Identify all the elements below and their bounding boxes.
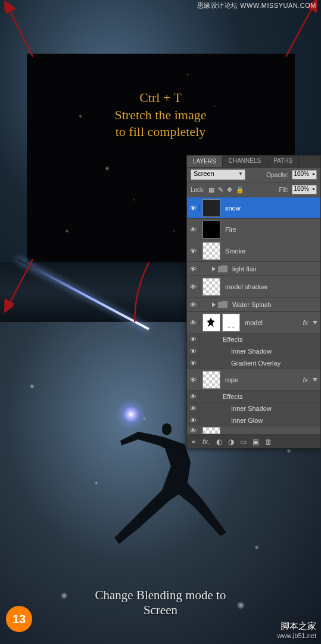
eye-icon[interactable]: 👁 — [187, 348, 200, 355]
layer-effect-inner-glow[interactable]: 👁 Inner Glow — [187, 414, 320, 426]
watermark-top: 思缘设计论坛 WWW.MISSYUAN.COM — [197, 1, 316, 10]
fill-input[interactable]: 100% — [292, 185, 317, 194]
panel-footer: ⚭ fx. ◐ ◑ ▭ ▣ 🗑 — [187, 435, 320, 448]
svg-line-2 — [9, 259, 33, 304]
eye-icon[interactable]: 👁 — [187, 205, 200, 212]
layer-snow[interactable]: 👁 snow — [187, 197, 320, 219]
eye-icon[interactable]: 👁 — [187, 336, 200, 343]
folder-icon — [218, 301, 227, 308]
eye-icon[interactable]: 👁 — [187, 405, 200, 412]
eye-icon[interactable]: 👁 — [187, 247, 200, 255]
layer-label: light flair — [232, 265, 257, 273]
layer-label: Smoke — [225, 247, 245, 255]
folder-icon — [218, 265, 227, 273]
layer-thumb[interactable] — [202, 242, 220, 260]
layers-panel: LAYERS CHANNELS PATHS Screen Opacity: 10… — [186, 155, 321, 448]
instruction-bottom: Change Blending mode to Screen — [0, 588, 321, 618]
tab-channels[interactable]: CHANNELS — [223, 156, 267, 167]
layer-label: snow — [225, 205, 241, 212]
fx-footer-icon[interactable]: fx. — [202, 438, 210, 446]
layer-effects[interactable]: 👁 Effects — [187, 333, 320, 345]
eye-icon[interactable]: 👁 — [187, 417, 200, 424]
fx-expand-icon[interactable] — [313, 321, 317, 324]
layer-effect-gradient-overlay[interactable]: 👁 Gradient Overlay — [187, 357, 320, 369]
adjust-footer-icon[interactable]: ◑ — [228, 438, 234, 446]
layer-thumb[interactable] — [202, 427, 220, 434]
layer-thumb[interactable] — [202, 314, 220, 332]
eye-icon[interactable]: 👁 — [187, 283, 200, 290]
layer-label: model shadow — [225, 283, 267, 290]
lock-all-icon[interactable]: 🔒 — [236, 186, 244, 194]
group-footer-icon[interactable]: ▭ — [240, 438, 247, 446]
eye-icon[interactable]: 👁 — [187, 319, 200, 326]
layer-model-shadow[interactable]: 👁 model shadow — [187, 276, 320, 298]
effect-label: Inner Shadow — [231, 348, 272, 355]
mask-footer-icon[interactable]: ◐ — [216, 438, 222, 446]
layers-list: 👁 snow 👁 Fire 👁 Smoke 👁 light flair 👁 mo… — [187, 197, 320, 435]
opacity-input[interactable]: 100% — [292, 170, 317, 179]
layer-effects[interactable]: 👁 Effects — [187, 391, 320, 402]
instruction-line: Ctrl + T — [0, 89, 321, 107]
opacity-label: Opacity: — [266, 172, 288, 178]
effect-label: Gradient Overlay — [231, 360, 281, 367]
lock-label: Lock: — [191, 187, 205, 193]
layer-rope[interactable]: 👁 rope fx — [187, 369, 320, 391]
fx-expand-icon[interactable] — [313, 378, 317, 382]
watermark-line: www.jb51.net — [278, 632, 316, 639]
effect-label: Inner Shadow — [231, 405, 272, 412]
lock-row: Lock: ▦ ✎ ✥ 🔒 Fill: 100% — [187, 182, 320, 197]
fx-badge[interactable]: fx — [303, 319, 308, 326]
layer-effect-inner-shadow[interactable]: 👁 Inner Shadow — [187, 402, 320, 414]
layer-group-light-flair[interactable]: 👁 light flair — [187, 262, 320, 276]
svg-line-1 — [286, 7, 313, 57]
watermark-bottom: 脚本之家 www.jb51.net — [278, 621, 316, 639]
layer-thumb[interactable] — [202, 278, 220, 296]
effect-label: Effects — [223, 336, 242, 343]
layer-effect-inner-shadow[interactable]: 👁 Inner Shadow — [187, 345, 320, 357]
instruction-line: to fill completely — [0, 123, 321, 141]
layer-thumb[interactable] — [202, 199, 220, 217]
lock-move-icon[interactable]: ✥ — [227, 186, 232, 194]
lock-brush-icon[interactable]: ✎ — [218, 186, 223, 194]
layer-label: model — [245, 319, 263, 326]
layer-thumb[interactable] — [202, 371, 220, 389]
layer-model[interactable]: 👁 model fx — [187, 312, 320, 333]
layer-label: rope — [225, 376, 238, 383]
instruction-line: Screen — [0, 603, 321, 618]
layer-group-water-splash[interactable]: 👁 Water Splash — [187, 298, 320, 312]
eye-icon[interactable]: 👁 — [187, 376, 200, 383]
layer-smoke[interactable]: 👁 Smoke — [187, 240, 320, 262]
new-layer-icon[interactable]: ▣ — [253, 438, 259, 446]
layer-label: Water Splash — [232, 301, 272, 308]
effect-label: Effects — [223, 393, 242, 400]
tab-paths[interactable]: PATHS — [267, 156, 299, 167]
eye-icon[interactable]: 👁 — [187, 360, 200, 367]
eye-icon[interactable]: 👁 — [187, 265, 200, 273]
panel-tabs: LAYERS CHANNELS PATHS — [187, 156, 320, 168]
expand-icon[interactable] — [212, 302, 216, 307]
layer-label: Fire — [225, 226, 236, 233]
step-badge: 13 — [6, 606, 32, 632]
layer-fire[interactable]: 👁 Fire — [187, 219, 320, 240]
watermark-line: 脚本之家 — [278, 621, 316, 632]
tab-layers[interactable]: LAYERS — [187, 156, 223, 167]
expand-icon[interactable] — [212, 267, 216, 271]
eye-icon[interactable]: 👁 — [187, 301, 200, 308]
eye-icon[interactable]: 👁 — [187, 427, 200, 434]
trash-icon[interactable]: 🗑 — [265, 438, 272, 446]
layer-mask[interactable] — [222, 314, 240, 332]
effect-label: Inner Glow — [231, 417, 263, 424]
fx-badge[interactable]: fx — [303, 376, 308, 383]
blend-mode-select[interactable]: Screen — [191, 169, 245, 180]
svg-line-0 — [9, 9, 33, 57]
lock-icons: ▦ ✎ ✥ 🔒 — [208, 186, 244, 194]
layer-partial[interactable]: 👁 — [187, 426, 320, 435]
lock-trans-icon[interactable]: ▦ — [208, 186, 214, 194]
instruction-line: Stretch the image — [0, 107, 321, 124]
fill-label: Fill: — [279, 187, 288, 193]
link-icon[interactable]: ⚭ — [191, 438, 197, 446]
eye-icon[interactable]: 👁 — [187, 226, 200, 233]
instruction-line: Change Blending mode to — [0, 588, 321, 603]
layer-thumb[interactable] — [202, 221, 220, 239]
eye-icon[interactable]: 👁 — [187, 393, 200, 400]
